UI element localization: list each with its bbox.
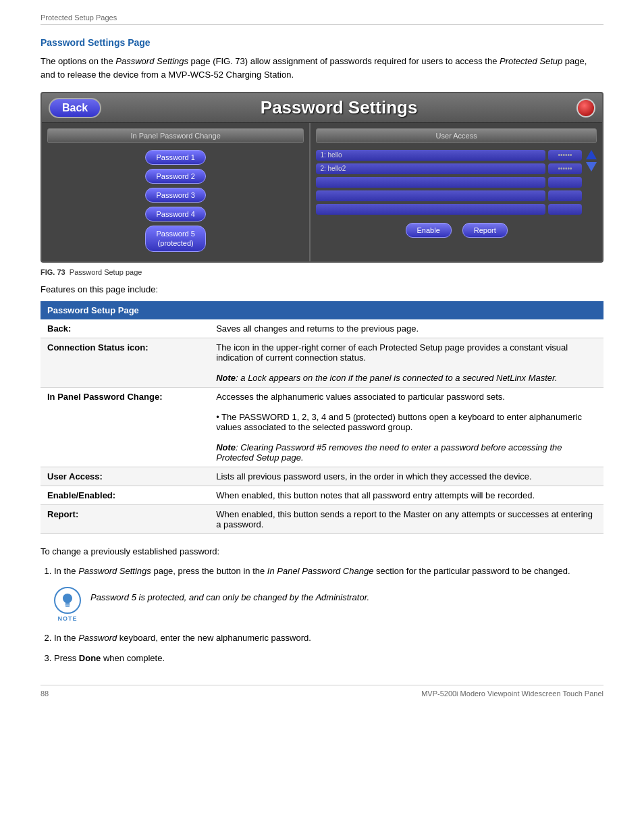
user-dots-1: •••••• [548, 150, 582, 161]
ui-screenshot: Back Password Settings In Panel Password… [41, 92, 603, 263]
back-button[interactable]: Back [49, 98, 101, 118]
ui-titlebar: Back Password Settings [42, 93, 602, 123]
breadcrumb: Protected Setup Pages [41, 14, 603, 25]
feature-label: In Panel Password Change: [41, 387, 209, 467]
page-number: 88 [41, 689, 49, 698]
password-3-button[interactable]: Password 3 [145, 188, 206, 203]
scroll-up-arrow[interactable] [586, 150, 597, 159]
scroll-down-arrow[interactable] [586, 162, 597, 172]
note-circle [54, 587, 81, 614]
user-row-2: 2: hello2 •••••• [316, 163, 582, 174]
section-title: Password Settings Page [41, 37, 603, 48]
feature-label: Enable/Enabled: [41, 486, 209, 504]
note-box: NOTE Password 5 is protected, and can on… [54, 587, 603, 622]
features-intro: Features on this page include: [41, 284, 603, 294]
feature-table: Password Setup Page Back: Saves all chan… [41, 301, 603, 534]
step-2: In the Password keyboard, enter the new … [54, 631, 603, 645]
user-row-1: 1: hello •••••• [316, 150, 582, 161]
user-name-1: 1: hello [316, 150, 545, 161]
feature-label: Back: [41, 319, 209, 338]
feature-desc: When enabled, this button sends a report… [209, 504, 603, 533]
table-row: In Panel Password Change: Accesses the a… [41, 387, 603, 467]
user-dots-2: •••••• [548, 163, 582, 174]
table-row: Report: When enabled, this button sends … [41, 504, 603, 533]
password-1-button[interactable]: Password 1 [145, 150, 206, 165]
right-panel-header: User Access [316, 128, 597, 143]
table-row: Back: Saves all changes and returns to t… [41, 319, 603, 338]
user-name-2: 2: hello2 [316, 163, 545, 174]
table-row: Enable/Enabled: When enabled, this butto… [41, 486, 603, 504]
scroll-arrows [585, 150, 597, 172]
user-row-3 [316, 177, 582, 188]
table-row: Connection Status icon: The icon in the … [41, 338, 603, 387]
feature-desc: When enabled, this button notes that all… [209, 486, 603, 504]
connection-status-icon [576, 99, 595, 118]
feature-desc: Saves all changes and returns to the pre… [209, 319, 603, 338]
page-footer: 88 MVP-5200i Modero Viewpoint Widescreen… [41, 685, 603, 698]
step-1: In the Password Settings page, press the… [54, 565, 603, 578]
ui-title: Password Settings [108, 97, 570, 118]
svg-rect-1 [65, 606, 70, 607]
table-header: Password Setup Page [41, 301, 603, 319]
password-4-button[interactable]: Password 4 [145, 207, 206, 221]
ui-body: In Panel Password Change Password 1 Pass… [42, 123, 602, 261]
instructions-intro: To change a previously established passw… [41, 546, 603, 556]
product-name: MVP-5200i Modero Viewpoint Widescreen To… [421, 689, 603, 698]
user-row-5 [316, 204, 582, 215]
fig-caption: FIG. 73 Password Setup page [41, 268, 603, 276]
lightbulb-icon [59, 592, 76, 608]
feature-label: User Access: [41, 467, 209, 486]
feature-desc: Lists all previous password users, in th… [209, 467, 603, 486]
feature-label: Report: [41, 504, 209, 533]
intro-paragraph: The options on the Password Settings pag… [41, 55, 603, 81]
note-icon-container: NOTE [54, 587, 81, 622]
svg-rect-0 [65, 604, 70, 606]
password-5-button[interactable]: Password 5(protected) [145, 226, 206, 252]
feature-desc: Accesses the alphanumeric values associa… [209, 387, 603, 467]
enable-button[interactable]: Enable [406, 223, 452, 238]
step-3: Press Done when complete. [54, 652, 603, 665]
report-button[interactable]: Report [462, 223, 508, 238]
left-panel: In Panel Password Change Password 1 Pass… [42, 123, 311, 261]
steps-list: In the Password Settings page, press the… [54, 565, 603, 578]
user-row-4 [316, 190, 582, 201]
right-panel: User Access 1: hello •••••• 2: hello2 ••… [311, 123, 602, 261]
table-row: User Access: Lists all previous password… [41, 467, 603, 486]
bottom-buttons: Enable Report [316, 223, 597, 238]
left-panel-header: In Panel Password Change [47, 128, 304, 143]
password-2-button[interactable]: Password 2 [145, 169, 206, 184]
note-label: NOTE [57, 615, 77, 622]
feature-label: Connection Status icon: [41, 338, 209, 387]
remaining-steps-list: In the Password keyboard, enter the new … [54, 631, 603, 664]
note-text: Password 5 is protected, and can only be… [90, 587, 603, 604]
feature-desc: The icon in the upper-right corner of ea… [209, 338, 603, 387]
